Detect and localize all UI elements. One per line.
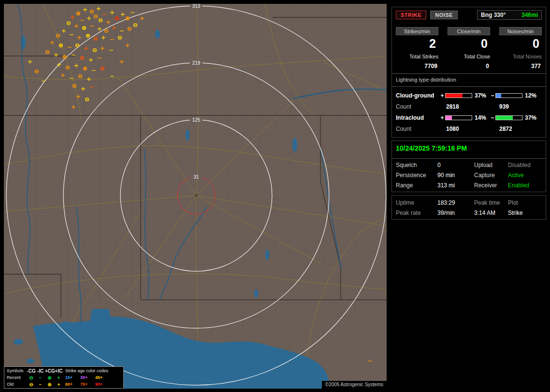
ring-label: 125 <box>192 117 201 123</box>
plot-label: Plot <box>508 199 542 206</box>
legend-header-pic: +IC <box>54 368 63 374</box>
noises-column: Noises/min 0 Total Noises 377 <box>499 27 542 70</box>
intracloud-row: Intracloud + 14% − 37% <box>396 112 542 124</box>
cg-negative-count: 939 <box>493 103 509 110</box>
age-code: 45+ <box>95 375 110 380</box>
map-canvas: 31321912531 <box>4 4 387 389</box>
intracloud-label: Intracloud <box>396 114 439 121</box>
bearing-value: 346mi <box>521 12 538 18</box>
strike-marker-cplus <box>77 12 80 15</box>
peak-rate-label: Peak rate <box>396 210 437 216</box>
legend-row-recent: Recent⊖−⊕+15+30+45+ <box>5 374 122 381</box>
rate-columns: Strikes/min 2 Total Strikes 7709 Close/m… <box>396 27 542 70</box>
ring-label: 313 <box>192 4 201 9</box>
strikes-per-min-value: 2 <box>396 37 438 52</box>
ring-label: 219 <box>192 60 201 66</box>
total-strikes-value: 7709 <box>396 63 438 70</box>
cg-negative-pct: 12% <box>522 92 540 99</box>
persistence-value: 90 min <box>437 172 474 179</box>
cg-positive-bar-fill <box>446 94 463 98</box>
bearing-label: Bng 330° <box>481 12 506 18</box>
noises-per-min-value: 0 <box>499 37 542 52</box>
peak-rate-value: 39/min <box>437 210 474 216</box>
copyright-text: ©2005 Astrogenic Systems <box>322 381 387 389</box>
close-column: Close/min 0 Total Close 0 <box>448 27 490 70</box>
peak-time-value: 3:14 AM <box>474 210 508 216</box>
legend-strike-symbol: ⊕ <box>45 375 54 380</box>
legend-age-title: Strike age color codes <box>63 368 122 373</box>
cg-positive-pct: 37% <box>472 92 490 99</box>
legend-header-nic: -IC <box>36 368 45 374</box>
legend-header-row: Symbols -CG -IC +CG +IC Strike age color… <box>5 367 122 374</box>
capture-label: Capture <box>474 172 508 179</box>
count-label: Count <box>396 126 439 132</box>
intracloud-count-row: Count 1080 2872 <box>396 124 542 134</box>
range-label: Range <box>396 182 437 189</box>
strike-marker-cplus <box>87 34 90 38</box>
current-datetime: 10/24/2025 7:59:16 PM <box>396 144 542 154</box>
uptime-label: Uptime <box>396 199 437 206</box>
cloud-ground-row: Cloud-ground + 37% − 12% <box>396 90 542 101</box>
plus-sign: + <box>439 114 445 121</box>
legend-strike-symbol: − <box>36 382 45 387</box>
legend-header-ncg: -CG <box>27 368 36 374</box>
strike-marker-cplus <box>84 67 87 70</box>
squelch-label: Squelch <box>396 162 437 168</box>
cg-positive-bar <box>445 93 472 98</box>
sidebar: STRIKE NOISE Bng 330° 346mi Strikes/min … <box>391 7 546 223</box>
total-noises-label: Total Noises <box>499 54 542 59</box>
range-value: 313 mi <box>437 182 474 189</box>
close-per-min-button[interactable]: Close/min <box>448 27 490 35</box>
status-grid: Squelch 0 Upload Disabled Persistence 90… <box>396 162 542 189</box>
total-strikes-label: Total Strikes <box>396 54 438 59</box>
session-grid: Uptime 183:29 Peak time Plot Peak rate 3… <box>396 199 542 216</box>
cloud-ground-count-row: Count 2818 939 <box>396 101 542 112</box>
ic-positive-count: 1080 <box>439 126 493 132</box>
age-code: 30+ <box>80 375 95 380</box>
ic-positive-pct: 14% <box>472 114 490 121</box>
receiver-status-panel: 10/24/2025 7:59:16 PM Squelch 0 Upload D… <box>391 140 546 192</box>
legend-row-label: Recent <box>5 375 27 380</box>
receiver-label: Receiver <box>474 182 508 189</box>
plot-value: Strike <box>508 210 542 216</box>
strikes-per-min-button[interactable]: Strikes/min <box>396 27 438 35</box>
legend-strike-symbol: + <box>54 375 63 380</box>
legend-strike-symbol: ⊖ <box>27 382 36 387</box>
close-per-min-value: 0 <box>448 37 490 52</box>
age-codes: 60+75+90+ <box>63 382 122 387</box>
legend-strike-symbol: − <box>36 375 45 380</box>
total-close-label: Total Close <box>448 54 490 59</box>
lightning-map[interactable]: 31321912531 Symbols -CG -IC +CG +IC Stri… <box>4 4 387 389</box>
age-code: 90+ <box>95 382 110 387</box>
noise-mode-button[interactable]: NOISE <box>430 11 458 19</box>
ic-positive-bar <box>445 115 472 120</box>
cg-positive-count: 2818 <box>439 103 493 110</box>
map-legend: Symbols -CG -IC +CG +IC Strike age color… <box>4 366 124 389</box>
legend-row-label: Old <box>5 382 27 387</box>
divider <box>392 73 546 74</box>
strike-stats-panel: STRIKE NOISE Bng 330° 346mi Strikes/min … <box>391 7 546 138</box>
upload-label: Upload <box>474 162 508 168</box>
total-close-value: 0 <box>448 63 490 70</box>
total-noises-value: 377 <box>499 63 542 70</box>
cg-negative-bar <box>495 93 522 98</box>
count-label: Count <box>396 103 439 110</box>
ic-negative-bar-fill <box>496 116 513 120</box>
legend-header-symbols: Symbols <box>5 368 27 373</box>
age-code: 60+ <box>65 382 80 387</box>
age-code: 15+ <box>65 375 80 380</box>
divider <box>392 86 546 87</box>
strike-marker-cplus <box>59 44 63 47</box>
ic-negative-bar <box>495 115 522 120</box>
persistence-label: Persistence <box>396 172 437 179</box>
upload-value: Disabled <box>508 162 542 168</box>
noises-per-min-button[interactable]: Noises/min <box>499 27 542 35</box>
bearing-box: Bng 330° 346mi <box>477 10 542 20</box>
minus-sign: − <box>490 92 495 99</box>
peak-time-label: Peak time <box>474 199 508 206</box>
legend-strike-symbol: + <box>54 382 63 387</box>
strike-marker-cplus <box>83 27 86 30</box>
strike-marker-cplus <box>63 56 67 59</box>
ic-positive-bar-fill <box>446 116 452 120</box>
strike-mode-button[interactable]: STRIKE <box>396 11 426 19</box>
